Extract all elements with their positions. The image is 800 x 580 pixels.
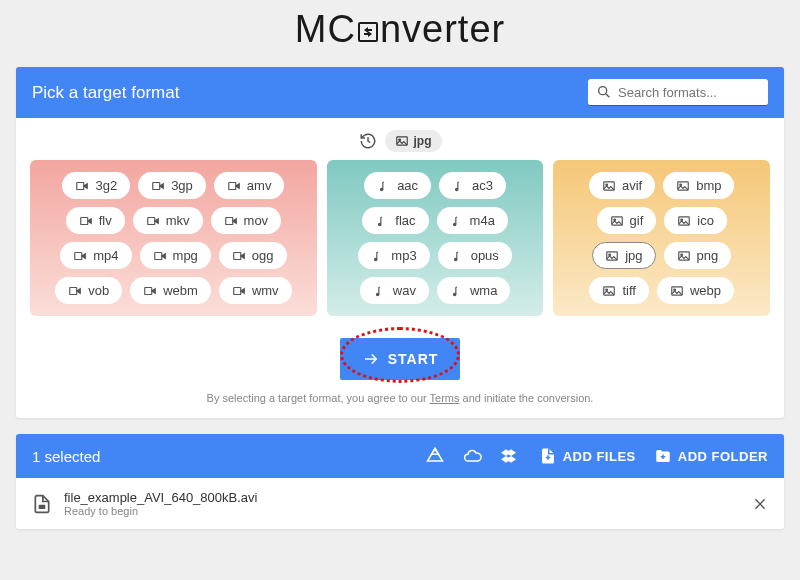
format-label: mkv — [166, 213, 190, 228]
video-icon — [68, 284, 82, 298]
format-label: mp3 — [391, 248, 416, 263]
google-drive-icon[interactable] — [425, 446, 445, 466]
terms-link[interactable]: Terms — [430, 392, 460, 404]
image-icon — [677, 249, 691, 263]
format-label: bmp — [696, 178, 721, 193]
card-title: Pick a target format — [32, 83, 179, 103]
format-label: flv — [99, 213, 112, 228]
format-chip-wav[interactable]: wav — [360, 277, 429, 304]
image-icon — [676, 179, 690, 193]
format-chip-wma[interactable]: wma — [437, 277, 510, 304]
format-chip-3g2[interactable]: 3g2 — [62, 172, 130, 199]
format-picker-card: Pick a target format jpg 3g23gpamvflvmkv… — [16, 67, 784, 418]
svg-point-21 — [454, 258, 456, 260]
svg-point-23 — [453, 293, 455, 295]
format-label: wmv — [252, 283, 279, 298]
svg-point-17 — [456, 188, 458, 190]
audio-icon — [451, 249, 465, 263]
format-chip-wmv[interactable]: wmv — [219, 277, 292, 304]
video-icon — [73, 249, 87, 263]
video-icon — [143, 284, 157, 298]
format-label: mpg — [173, 248, 198, 263]
svg-point-1 — [599, 87, 607, 95]
format-label: opus — [471, 248, 499, 263]
audio-icon — [450, 284, 464, 298]
format-chip-m4a[interactable]: m4a — [437, 207, 508, 234]
format-chip-bmp[interactable]: bmp — [663, 172, 734, 199]
format-chip-aac[interactable]: aac — [364, 172, 431, 199]
video-icon — [227, 179, 241, 193]
format-chip-webm[interactable]: webm — [130, 277, 211, 304]
folder-add-icon — [654, 447, 672, 465]
audio-icon — [375, 214, 389, 228]
format-chip-gif[interactable]: gif — [597, 207, 657, 234]
format-label: m4a — [470, 213, 495, 228]
format-chip-3gp[interactable]: 3gp — [138, 172, 206, 199]
format-chip-mpg[interactable]: mpg — [140, 242, 211, 269]
format-label: 3gp — [171, 178, 193, 193]
file-add-icon — [539, 447, 557, 465]
format-label: flac — [395, 213, 415, 228]
svg-point-22 — [376, 293, 378, 295]
logo-swap-icon — [356, 20, 380, 44]
image-icon — [395, 134, 409, 148]
format-chip-ogg[interactable]: ogg — [219, 242, 287, 269]
format-chip-flv[interactable]: flv — [66, 207, 125, 234]
search-input-wrap[interactable] — [588, 79, 768, 106]
audio-icon — [371, 249, 385, 263]
add-files-button[interactable]: ADD FILES — [539, 447, 636, 465]
file-row: file_example_AVI_640_800kB.avi Ready to … — [16, 478, 784, 529]
format-chip-png[interactable]: png — [664, 242, 732, 269]
image-icon — [605, 249, 619, 263]
dropbox-icon[interactable] — [501, 446, 521, 466]
format-chip-tiff[interactable]: tiff — [589, 277, 649, 304]
audio-format-group: aacac3flacm4amp3opuswavwma — [327, 160, 544, 316]
start-button[interactable]: START — [340, 338, 461, 380]
format-chip-jpg[interactable]: jpg — [592, 242, 655, 269]
format-chip-amv[interactable]: amv — [214, 172, 285, 199]
format-chip-mov[interactable]: mov — [211, 207, 282, 234]
selected-count: 1 selected — [32, 448, 100, 465]
image-icon — [602, 284, 616, 298]
format-label: ac3 — [472, 178, 493, 193]
format-chip-flac[interactable]: flac — [362, 207, 428, 234]
svg-point-16 — [381, 188, 383, 190]
format-chip-ico[interactable]: ico — [664, 207, 727, 234]
audio-icon — [377, 179, 391, 193]
format-label: vob — [88, 283, 109, 298]
format-chip-opus[interactable]: opus — [438, 242, 512, 269]
arrow-right-icon — [362, 350, 380, 368]
format-label: amv — [247, 178, 272, 193]
video-icon — [232, 249, 246, 263]
format-chip-ac3[interactable]: ac3 — [439, 172, 506, 199]
format-chip-mp4[interactable]: mp4 — [60, 242, 131, 269]
audio-icon — [452, 179, 466, 193]
format-label: gif — [630, 213, 644, 228]
onedrive-icon[interactable] — [463, 446, 483, 466]
format-chip-vob[interactable]: vob — [55, 277, 122, 304]
recent-format-chip[interactable]: jpg — [385, 130, 442, 152]
format-chip-mkv[interactable]: mkv — [133, 207, 203, 234]
format-label: avif — [622, 178, 642, 193]
format-chip-webp[interactable]: webp — [657, 277, 734, 304]
format-label: ogg — [252, 248, 274, 263]
svg-point-18 — [379, 223, 381, 225]
format-chip-mp3[interactable]: mp3 — [358, 242, 429, 269]
format-chip-avif[interactable]: avif — [589, 172, 655, 199]
format-label: mov — [244, 213, 269, 228]
svg-point-19 — [453, 223, 455, 225]
file-icon — [32, 494, 52, 514]
image-icon — [610, 214, 624, 228]
video-icon — [146, 214, 160, 228]
audio-icon — [373, 284, 387, 298]
video-icon — [224, 214, 238, 228]
image-icon — [677, 214, 691, 228]
remove-file-icon[interactable] — [752, 496, 768, 512]
search-input[interactable] — [618, 85, 760, 100]
format-label: 3g2 — [95, 178, 117, 193]
add-folder-button[interactable]: ADD FOLDER — [654, 447, 768, 465]
image-icon — [670, 284, 684, 298]
format-label: tiff — [622, 283, 636, 298]
history-icon[interactable] — [359, 132, 377, 150]
format-label: webp — [690, 283, 721, 298]
